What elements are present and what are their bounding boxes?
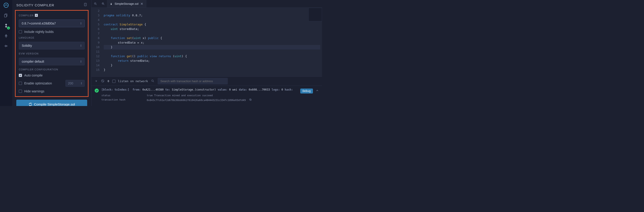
status-value: true Transaction mined and execution suc… — [147, 94, 298, 97]
search-icon[interactable] — [151, 79, 154, 83]
nightly-checkbox-row[interactable]: Include nightly builds — [19, 30, 85, 34]
optimization-row[interactable]: Enable optimization — [19, 81, 52, 85]
code-editor[interactable]: 23456789101112131415 pragma solidity 0.8… — [92, 8, 322, 76]
zoom-out-icon[interactable] — [92, 0, 99, 8]
panel-body-highlighted: COMPILER + 0.8.7+commit.e28d00a7 ▲▼ Incl… — [15, 10, 88, 97]
terminal-bar: 0 listen on network — [92, 77, 322, 86]
tab-file-name: SimpleStorage.sol — [114, 2, 138, 6]
clear-icon[interactable] — [101, 79, 104, 83]
search-input[interactable] — [158, 78, 228, 84]
deploy-icon[interactable] — [3, 33, 10, 39]
nightly-checkbox[interactable] — [19, 30, 22, 33]
success-icon — [95, 88, 99, 93]
evm-label: EVM VERSION — [19, 52, 85, 55]
spinner-icon: ▲▼ — [80, 22, 82, 25]
spinner-icon: ▲▼ — [80, 60, 82, 63]
terminal-log: [block: txIndex:] from: 0xA21...40380 to… — [92, 86, 322, 106]
optimization-runs-value: 200 — [68, 81, 73, 85]
status-label: status — [102, 94, 147, 97]
svg-rect-2 — [4, 15, 6, 17]
svg-rect-18 — [250, 99, 251, 100]
success-badge — [7, 27, 10, 30]
compiler-panel: SOLIDITY COMPILER COMPILER + 0.8.7+commi… — [12, 0, 92, 106]
terminal: 0 listen on network [block: txIndex:] fr… — [92, 76, 322, 106]
autocompile-checkbox[interactable] — [19, 74, 22, 77]
listen-label: listen on network — [118, 79, 148, 83]
compile-button[interactable]: Compile SimpleStorage.sol — [16, 100, 87, 106]
listen-network-row[interactable]: listen on network — [112, 79, 148, 83]
svg-rect-19 — [250, 99, 251, 100]
copy-icon[interactable] — [249, 99, 252, 102]
spinner-icon: ▲▼ — [80, 82, 82, 85]
tab-file[interactable]: SimpleStorage.sol ✕ — [107, 0, 146, 8]
compiler-icon[interactable] — [3, 22, 10, 29]
autocompile-label: Auto compile — [24, 73, 42, 77]
pending-count: 0 — [108, 80, 109, 83]
compiler-label: COMPILER — [19, 14, 34, 17]
svg-line-8 — [96, 4, 96, 5]
svg-line-11 — [104, 4, 104, 5]
txhash-label: transaction hash — [102, 98, 147, 102]
nightly-label: Include nightly builds — [24, 30, 54, 34]
log-line: [block: txIndex:] from: 0xA21...40380 to… — [102, 88, 298, 91]
hidewarnings-checkbox[interactable] — [19, 90, 22, 93]
icon-bar — [0, 0, 12, 106]
language-select[interactable]: Solidity ▲▼ — [19, 42, 85, 49]
autocompile-row[interactable]: Auto compile — [19, 73, 85, 77]
config-label: COMPILER CONFIGURATION — [19, 68, 85, 71]
chevron-down-icon[interactable] — [95, 79, 98, 83]
optimization-checkbox[interactable] — [19, 82, 22, 85]
plugins-icon[interactable] — [3, 43, 10, 49]
log-details: status true Transaction mined and execut… — [102, 94, 298, 102]
spinner-icon: ▲▼ — [80, 44, 82, 47]
optimization-runs-input[interactable]: 200 ▲▼ — [66, 80, 85, 87]
svg-line-15 — [102, 80, 104, 82]
txhash-value: 0x843c7fc61ef2d678b36bb6662f610426a60ca4… — [147, 99, 246, 102]
code-content[interactable]: pragma solidity 0.8.7; contract SimpleSt… — [102, 8, 322, 76]
chevron-up-icon[interactable] — [316, 89, 319, 93]
solidity-file-icon — [110, 2, 113, 6]
zoom-in-icon[interactable] — [99, 0, 107, 8]
refresh-icon — [28, 102, 32, 106]
svg-point-16 — [152, 80, 154, 81]
evm-value: compiler default — [22, 60, 44, 63]
compiler-select[interactable]: 0.8.7+commit.e28d00a7 ▲▼ — [19, 20, 85, 27]
compile-button-label: Compile SimpleStorage.sol — [34, 102, 75, 106]
panel-title: SOLIDITY COMPILER — [16, 3, 54, 7]
editor-area: SimpleStorage.sol ✕ 23456789101112131415… — [92, 0, 322, 106]
svg-point-0 — [4, 3, 8, 8]
listen-checkbox[interactable] — [112, 80, 116, 83]
debug-button[interactable]: Debug — [300, 88, 313, 93]
optimization-label: Enable optimization — [24, 81, 52, 85]
hidewarnings-row[interactable]: Hide warnings — [19, 89, 85, 93]
doc-icon[interactable] — [84, 3, 87, 7]
tab-bar: SimpleStorage.sol ✕ — [92, 0, 322, 8]
home-icon[interactable] — [3, 2, 10, 9]
compiler-value: 0.8.7+commit.e28d00a7 — [22, 22, 56, 25]
files-icon[interactable] — [3, 12, 10, 19]
language-value: Solidity — [22, 44, 32, 47]
hidewarnings-label: Hide warnings — [24, 89, 44, 93]
language-label: LANGUAGE — [19, 36, 85, 39]
add-compiler-icon[interactable]: + — [35, 14, 38, 17]
close-icon[interactable]: ✕ — [140, 2, 143, 6]
svg-line-17 — [153, 81, 154, 82]
evm-select[interactable]: compiler default ▲▼ — [19, 58, 85, 65]
minimap[interactable] — [308, 8, 322, 21]
line-gutter: 23456789101112131415 — [92, 8, 102, 76]
